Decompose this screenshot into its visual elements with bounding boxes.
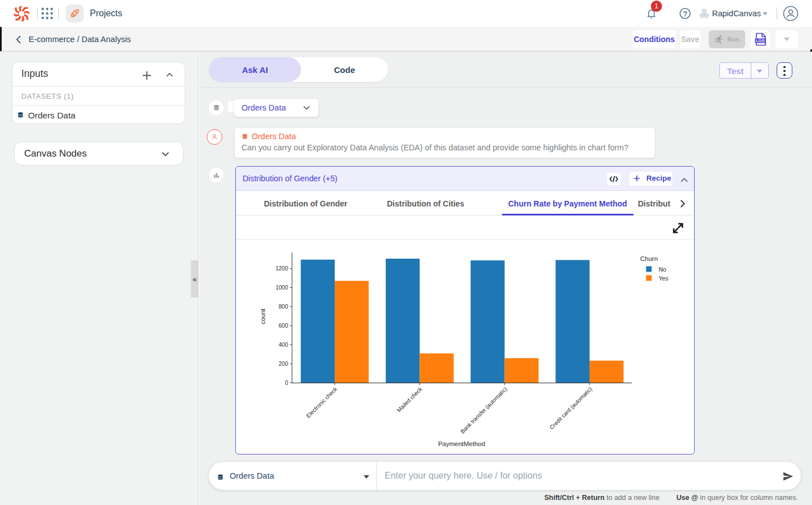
svg-text:0: 0 xyxy=(285,380,288,386)
svg-text:1000: 1000 xyxy=(276,284,289,291)
svg-text:Churn: Churn xyxy=(640,255,658,262)
svg-text:Mailed check: Mailed check xyxy=(396,385,424,414)
svg-text:?: ? xyxy=(683,10,687,18)
svg-text:Yes: Yes xyxy=(659,275,668,282)
svg-text:PaymentMethod: PaymentMethod xyxy=(438,440,485,447)
svg-text:600: 600 xyxy=(279,323,288,329)
svg-text:count: count xyxy=(259,308,266,324)
svg-text:200: 200 xyxy=(279,361,288,367)
svg-text:Electronic check: Electronic check xyxy=(305,385,339,419)
svg-text:Credit card (automatic): Credit card (automatic) xyxy=(549,386,594,431)
svg-text:800: 800 xyxy=(279,304,288,310)
svg-text:LOG: LOG xyxy=(756,39,765,43)
svg-text:No: No xyxy=(659,266,667,273)
svg-text:1200: 1200 xyxy=(276,265,289,272)
svg-text:400: 400 xyxy=(279,342,288,348)
svg-text:Bank transfer (automatic): Bank transfer (automatic) xyxy=(459,386,508,435)
